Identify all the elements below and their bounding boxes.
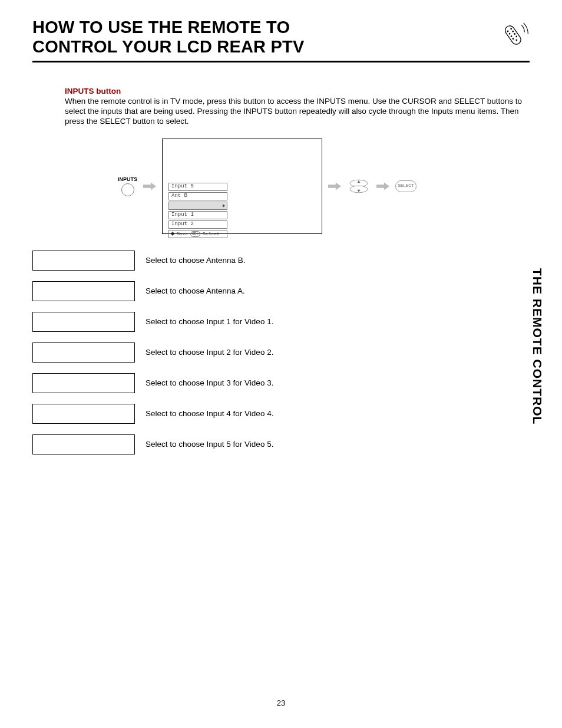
option-desc: Select to choose Input 1 for Video 1. [146,317,273,326]
osd-row: Input 5 [168,183,227,191]
option-row: Select to choose Antenna B. [32,251,530,271]
option-box [32,312,135,332]
option-desc: Select to choose Antenna B. [146,256,246,265]
option-box [32,342,135,363]
inputs-button: INPUTS [118,176,137,196]
option-row: Select to choose Input 2 for Video 2. [32,342,530,363]
option-box [32,251,135,271]
remote-icon [499,19,530,50]
osd-row-label: Input 1 [171,212,194,218]
osd-legend-move: Move [177,232,188,236]
option-desc: Select to choose Input 5 for Video 5. [146,440,273,449]
osd-row: Input 2 [168,220,227,229]
osd-legend: Move SEL Select [168,230,227,238]
option-row: Select to choose Input 1 for Video 1. [32,312,530,332]
osd-row: Ant B [168,192,227,200]
arrow-right-icon [328,182,341,190]
option-desc: Select to choose Input 4 for Video 4. [146,409,273,418]
section-body: When the remote control is in TV mode, p… [65,97,522,126]
option-row: Select to choose Input 3 for Video 3. [32,373,530,393]
page-title: HOW TO USE THE REMOTE TO CONTROL YOUR LC… [32,18,305,57]
tv-screen: Input 5Ant BInput 1Input 2 Move SEL Sele… [162,139,322,234]
osd-row-label: Ant B [171,193,187,199]
flow-diagram: INPUTS Input 5Ant BInput 1Input 2 Move S… [118,139,524,234]
select-button-label: SELECT [398,183,414,189]
option-row: Select to choose Input 5 for Video 5. [32,434,530,454]
svg-rect-0 [504,24,523,46]
osd-row: Input 1 [168,211,227,219]
select-button-icon: SELECT [395,180,416,192]
osd-legend-sel: SEL [190,231,200,237]
option-desc: Select to choose Input 2 for Video 2. [146,348,273,357]
option-box [32,404,135,424]
page-number: 23 [0,699,562,707]
section-heading: INPUTS button [65,87,121,95]
title-line-1: HOW TO USE THE REMOTE TO [32,18,290,37]
cursor-pad-icon [347,178,371,195]
option-row: Select to choose Input 4 for Video 4. [32,404,530,424]
osd-legend-select: Select [203,232,220,236]
option-box [32,373,135,393]
header-rule [32,61,530,62]
option-box [32,281,135,301]
option-desc: Select to choose Antenna A. [146,286,245,295]
osd-menu: Input 5Ant BInput 1Input 2 Move SEL Sele… [168,183,227,238]
arrow-right-icon [376,182,389,190]
inputs-button-label: INPUTS [118,176,137,183]
arrow-right-icon [143,182,156,190]
title-line-2: CONTROL YOUR LCD REAR PTV [32,37,305,56]
option-desc: Select to choose Input 3 for Video 3. [146,378,273,387]
option-box [32,434,135,454]
side-tab: THE REMOTE CONTROL [530,268,544,424]
options-list: Select to choose Antenna B.Select to cho… [32,251,530,454]
osd-row-label: Input 2 [171,222,194,227]
option-row: Select to choose Antenna A. [32,281,530,301]
osd-row [168,202,227,210]
osd-row-label: Input 5 [171,184,194,189]
